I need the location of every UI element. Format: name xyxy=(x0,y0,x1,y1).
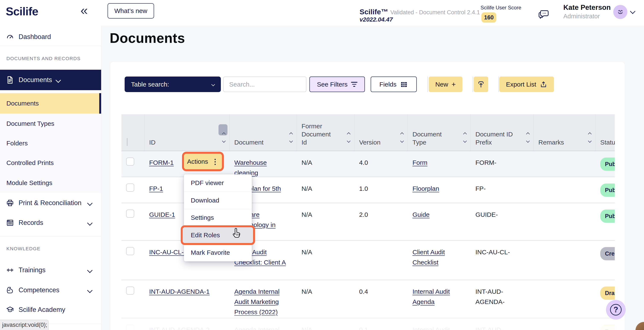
new-button[interactable]: New + xyxy=(429,76,462,92)
doc-id-link[interactable]: GUIDE-1 xyxy=(149,211,175,218)
doc-type-link[interactable]: Internal Audit xyxy=(412,326,450,330)
plus-icon: + xyxy=(452,80,456,88)
mouse-cursor-pointer xyxy=(231,228,242,240)
doc-id-link[interactable]: FORM-1 xyxy=(149,159,174,166)
sidebar-group-documents[interactable]: Documents xyxy=(0,70,101,90)
column-header-version[interactable]: Version xyxy=(354,114,408,151)
chevron-down-icon xyxy=(212,82,215,86)
menu-item-settings[interactable]: Settings xyxy=(184,209,252,227)
doc-type-link[interactable]: Internal Audit Agenda xyxy=(412,288,450,305)
sort-icons[interactable] xyxy=(290,133,292,142)
column-header-id[interactable]: ID xyxy=(144,114,230,151)
select-all-checkbox[interactable] xyxy=(127,138,128,146)
kebab-menu-icon: ⋮ xyxy=(212,157,219,166)
row-checkbox[interactable] xyxy=(126,158,134,166)
column-header-remarks[interactable]: Remarks xyxy=(534,114,596,151)
doc-title-link[interactable]: Warehouse cleaning xyxy=(234,159,267,176)
row-checkbox[interactable] xyxy=(126,325,134,330)
doc-title-link[interactable]: Agenda Internal Audit Marketing Process … xyxy=(234,288,280,316)
row-checkbox[interactable] xyxy=(126,184,134,192)
sidebar-item-records[interactable]: Records xyxy=(0,216,101,230)
filter-icon xyxy=(351,82,358,87)
header-select-all xyxy=(122,114,144,151)
column-header-document[interactable]: Document xyxy=(230,114,297,151)
column-header-status[interactable]: Status xyxy=(596,114,615,151)
see-filters-button[interactable]: See Filters xyxy=(310,76,365,92)
status-badge: Published xyxy=(600,158,615,171)
doc-type-link[interactable]: Guide xyxy=(412,211,430,218)
column-header-document-type[interactable]: Document Type xyxy=(408,114,471,151)
fields-button[interactable]: Fields xyxy=(371,76,417,92)
sort-icons[interactable] xyxy=(348,133,350,142)
menu-item-pdf-viewer[interactable]: PDF viewer xyxy=(184,174,252,192)
row-checkbox[interactable] xyxy=(126,247,134,255)
row-checkbox[interactable] xyxy=(126,287,134,295)
former-id-cell: N/A xyxy=(297,151,354,178)
row-checkbox[interactable] xyxy=(126,210,134,218)
bicep-icon xyxy=(6,286,14,294)
link-status-tooltip: javascript:void(0); xyxy=(0,320,49,330)
whats-new-button[interactable]: What’s new xyxy=(108,3,154,18)
sidebar-item-competences[interactable]: Competences xyxy=(0,283,101,297)
sidebar-item-dashboard[interactable]: Dashboard xyxy=(0,30,101,44)
upload-icon xyxy=(477,80,485,88)
remarks-cell xyxy=(534,241,596,280)
chevron-down-icon xyxy=(56,76,60,84)
chevron-down-icon xyxy=(88,219,92,227)
sidebar-collapse-icon[interactable]: « xyxy=(80,2,88,19)
scilife-logo[interactable]: Scilife xyxy=(6,5,38,18)
sidebar-item-trainings[interactable]: Trainings xyxy=(0,263,101,277)
divider xyxy=(498,76,499,92)
former-id-cell: N/A xyxy=(297,241,354,280)
sort-icons[interactable] xyxy=(588,133,591,142)
help-button[interactable]: ? xyxy=(606,300,626,320)
actions-button[interactable]: Actions xyxy=(187,158,208,165)
prefix-cell: FP- xyxy=(471,177,534,203)
column-header-document-id-prefix[interactable]: Document ID Prefix xyxy=(471,114,534,151)
menu-item-download[interactable]: Download xyxy=(184,192,252,209)
sidebar-item-documents[interactable]: Documents xyxy=(0,93,101,114)
divider xyxy=(473,76,473,92)
export-list-button[interactable]: Export List xyxy=(499,76,554,92)
sidebar-item-scilife-academy[interactable]: Scilife Academy xyxy=(0,303,101,317)
sort-icons[interactable] xyxy=(401,133,403,142)
column-header-former-document-id[interactable]: Former Document Id xyxy=(297,114,354,151)
sort-icons[interactable] xyxy=(464,133,466,142)
doc-type-link[interactable]: Floorplan xyxy=(412,185,439,192)
avatar[interactable] xyxy=(613,5,627,19)
feedback-chat-icon[interactable] xyxy=(538,8,550,20)
sort-icons[interactable] xyxy=(527,133,529,142)
sidebar-item-controlled-prints[interactable]: Controlled Prints xyxy=(0,156,101,170)
doc-type-link[interactable]: Form xyxy=(412,159,428,166)
actions-button-highlight-ring: Actions ⋮ xyxy=(182,152,224,171)
corner-decoration xyxy=(636,322,644,330)
sidebar-item-folders[interactable]: Folders xyxy=(0,136,101,150)
sidebar-item-document-types[interactable]: Document Types xyxy=(0,117,101,131)
import-button[interactable] xyxy=(474,76,488,92)
sidebar-item-label: Module Settings xyxy=(6,179,52,187)
sidebar-item-label: Scilife Academy xyxy=(18,306,101,314)
doc-id-link[interactable]: FP-1 xyxy=(149,185,163,192)
former-id-cell: N/A xyxy=(297,203,354,240)
doc-title-link[interactable]: Agenda Internal xyxy=(234,326,280,330)
doc-id-link[interactable]: INT-AUD-AGENDA-1 xyxy=(149,288,210,295)
table-search-select[interactable]: Table search: xyxy=(124,76,221,92)
version-cell xyxy=(354,241,408,280)
sidebar: Dashboard DOCUMENTS AND RECORDS Document… xyxy=(0,25,101,330)
sidebar-item-module-settings[interactable]: Module Settings xyxy=(0,176,101,190)
former-id-cell: N/A xyxy=(297,280,354,318)
top-bar: Scilife « What’s new Scilife™Validated -… xyxy=(0,0,644,25)
doc-type-link[interactable]: Client Audit Checklist xyxy=(412,249,445,266)
table-header-row: ID Document Former Document Id Version D… xyxy=(122,114,615,151)
doc-id-link[interactable]: INC-AU-CL-1 xyxy=(149,249,187,256)
search-input[interactable] xyxy=(223,76,306,92)
menu-item-mark-favorite[interactable]: Mark Favorite xyxy=(184,244,252,261)
section-label-documents-records: DOCUMENTS AND RECORDS xyxy=(6,56,81,61)
actions-dropdown-menu: PDF viewer Download Settings Edit Roles … xyxy=(184,174,252,261)
version-cell: 2.0 xyxy=(354,203,408,240)
sort-icons[interactable] xyxy=(222,133,225,142)
doc-id-link[interactable]: INT-AUD-AGENDA-2 xyxy=(149,326,210,330)
user-menu-chevron-icon[interactable] xyxy=(631,9,634,14)
sidebar-item-print-reconciliation[interactable]: Print & Reconciliation xyxy=(0,196,101,210)
export-list-label: Export List xyxy=(506,81,536,88)
